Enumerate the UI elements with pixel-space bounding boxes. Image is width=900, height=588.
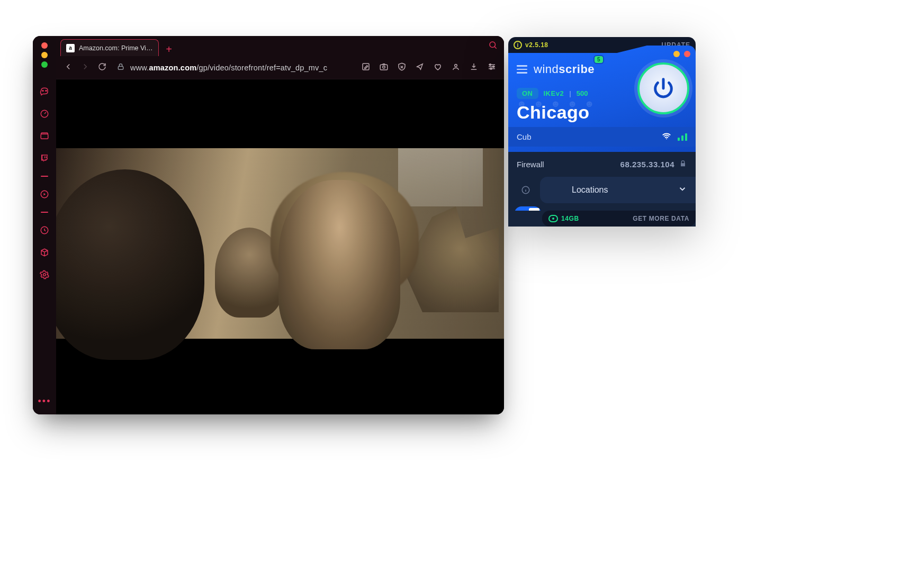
signal-bars-icon — [678, 133, 687, 141]
chevron-down-icon — [678, 184, 687, 196]
sublocation-label: Cub — [517, 132, 532, 141]
firewall-info-icon[interactable] — [521, 185, 530, 197]
sidebar-divider — [41, 176, 48, 177]
notification-badge[interactable]: 5 — [595, 56, 603, 63]
ws-close-button[interactable] — [684, 51, 690, 57]
amazon-favicon-icon: a — [66, 44, 75, 52]
svg-point-9 — [383, 66, 385, 68]
locations-label: Locations — [572, 185, 608, 195]
get-more-data-button[interactable]: GET MORE DATA — [633, 215, 689, 222]
windscribe-lower-panel: Firewall 68.235.33.104 Locations 14GB GE… — [508, 152, 696, 227]
player-icon[interactable] — [40, 189, 49, 199]
svg-point-4 — [43, 274, 46, 276]
tabs-search-icon[interactable] — [488, 40, 498, 52]
opera-gx-browser-window: ••• a Amazon.com: Prime Video: Prim + — [33, 36, 504, 414]
sidebar-divider — [41, 212, 48, 213]
windscribe-footer: 14GB GET MORE DATA — [542, 211, 696, 227]
video-player[interactable] — [56, 79, 504, 414]
downloads-icon[interactable] — [469, 62, 479, 74]
url-text: www.amazon.com/gp/video/storefront/ref=a… — [130, 64, 327, 72]
windscribe-window-controls — [673, 51, 690, 57]
window-minimize-button[interactable] — [41, 52, 48, 58]
window-close-button[interactable] — [41, 42, 48, 49]
svg-rect-8 — [380, 65, 388, 70]
svg-point-12 — [493, 66, 494, 67]
port-label[interactable]: 500 — [577, 89, 588, 97]
firewall-label: Firewall — [517, 160, 544, 169]
svg-point-13 — [490, 68, 492, 69]
locations-button[interactable]: Locations — [540, 177, 696, 203]
video-frame-still — [56, 148, 504, 339]
speed-dial-icon[interactable] — [40, 109, 49, 119]
edit-page-icon[interactable] — [361, 62, 371, 74]
data-pill-icon — [548, 215, 558, 222]
twitch-icon[interactable] — [40, 153, 49, 163]
settings-icon[interactable] — [40, 270, 49, 279]
svg-point-14 — [666, 138, 667, 139]
wallet-icon[interactable] — [40, 131, 49, 141]
svg-point-5 — [490, 42, 496, 48]
cube-icon[interactable] — [40, 248, 49, 257]
wifi-icon — [662, 131, 671, 142]
ip-lock-icon — [679, 159, 687, 169]
window-traffic-lights — [41, 42, 48, 68]
sidebar-more-icon[interactable]: ••• — [38, 396, 51, 407]
version-badge[interactable]: i v2.5.18 — [514, 41, 548, 49]
svg-point-10 — [455, 64, 457, 67]
protocol-label[interactable]: IKEv2 — [544, 89, 564, 97]
send-icon[interactable] — [415, 62, 425, 74]
url-field[interactable]: www.amazon.com/gp/video/storefront/ref=a… — [116, 62, 352, 73]
info-ring-icon: i — [514, 41, 522, 49]
ws-minimize-button[interactable] — [673, 51, 680, 57]
reload-button[interactable] — [97, 62, 107, 74]
easy-setup-icon[interactable] — [487, 62, 497, 74]
bookmark-heart-icon[interactable] — [433, 62, 443, 74]
svg-point-11 — [490, 64, 491, 65]
windscribe-connection-panel: windscribe 5 ON IKEv2 | 500 ☻ ☻ ☻ ☻ ☻ Ch… — [508, 46, 696, 152]
profile-icon[interactable] — [451, 62, 461, 74]
browser-sidebar: ••• — [33, 36, 56, 414]
nav-forward-button[interactable] — [80, 62, 90, 74]
shield-icon[interactable] — [397, 62, 407, 74]
history-icon[interactable] — [40, 225, 49, 235]
windscribe-logo: windscribe 5 — [534, 62, 595, 76]
ip-address: 68.235.33.104 — [620, 160, 674, 169]
background-ghosts-icon: ☻ ☻ ☻ ☻ ☻ — [517, 98, 597, 110]
gx-corner-icon[interactable] — [40, 87, 49, 96]
sublocation-row[interactable]: Cub — [508, 127, 696, 147]
data-remaining[interactable]: 14GB — [548, 215, 579, 222]
menu-button[interactable] — [517, 65, 527, 74]
window-maximize-button[interactable] — [41, 61, 48, 68]
address-bar: www.amazon.com/gp/video/storefront/ref=a… — [56, 56, 504, 79]
svg-rect-6 — [118, 66, 123, 69]
status-on-pill: ON — [517, 88, 538, 99]
browser-main: a Amazon.com: Prime Video: Prim + www.am… — [56, 36, 504, 414]
svg-rect-1 — [41, 134, 48, 139]
tab-title: Amazon.com: Prime Video: Prim — [79, 44, 153, 52]
lock-icon — [116, 62, 125, 73]
windscribe-app-window: i v2.5.18 UPDATE windscribe 5 ON IKEv2 |… — [508, 37, 696, 227]
firewall-row: Firewall 68.235.33.104 — [508, 152, 696, 177]
separator: | — [569, 89, 571, 97]
tab-strip: a Amazon.com: Prime Video: Prim + — [56, 36, 504, 56]
connect-power-button[interactable] — [637, 62, 689, 114]
screenshot-icon[interactable] — [379, 62, 389, 74]
nav-back-button[interactable] — [64, 62, 73, 74]
new-tab-button[interactable]: + — [162, 42, 176, 56]
active-tab[interactable]: a Amazon.com: Prime Video: Prim — [60, 39, 159, 56]
